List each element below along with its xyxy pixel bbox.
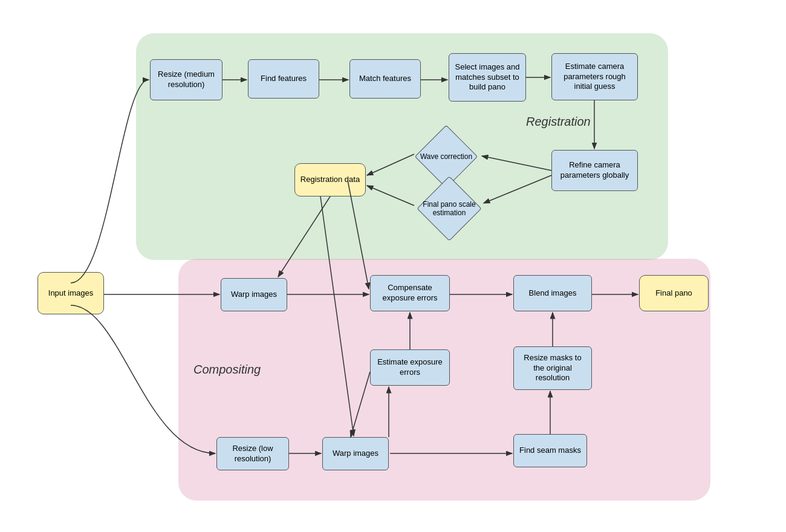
diagram-container: Registration Compositing Input images Re… — [0, 0, 786, 532]
final-pano-scale-wrapper: Final pano scale estimation — [414, 181, 484, 236]
resize-medium: Resize (medium resolution) — [150, 59, 222, 100]
select-images: Select images and matches subset to buil… — [449, 53, 526, 102]
estimate-exposure: Estimate exposure errors — [370, 349, 450, 386]
resize-low: Resize (low resolution) — [216, 437, 289, 470]
warp-images-top: Warp images — [221, 278, 287, 311]
wave-correction-label: Wave correction — [414, 130, 478, 183]
find-features: Find features — [248, 59, 319, 99]
warp-images-bottom: Warp images — [322, 437, 389, 470]
refine-camera: Refine camera parameters globally — [551, 150, 638, 191]
compositing-label: Compositing — [193, 363, 261, 377]
compensate-exposure: Compensate exposure errors — [370, 275, 450, 311]
match-features: Match features — [349, 59, 421, 99]
registration-label: Registration — [526, 115, 591, 129]
wave-correction-wrapper: Wave correction — [414, 130, 478, 183]
find-seam-masks: Find seam masks — [513, 434, 587, 467]
resize-masks: Resize masks to the original resolution — [513, 346, 592, 390]
input-images: Input images — [37, 272, 104, 314]
final-pano-scale-label: Final pano scale estimation — [414, 181, 484, 236]
estimate-camera: Estimate camera parameters rough initial… — [551, 53, 638, 100]
blend-images: Blend images — [513, 275, 592, 311]
final-pano: Final pano — [639, 275, 709, 311]
registration-data: Registration data — [294, 163, 366, 196]
